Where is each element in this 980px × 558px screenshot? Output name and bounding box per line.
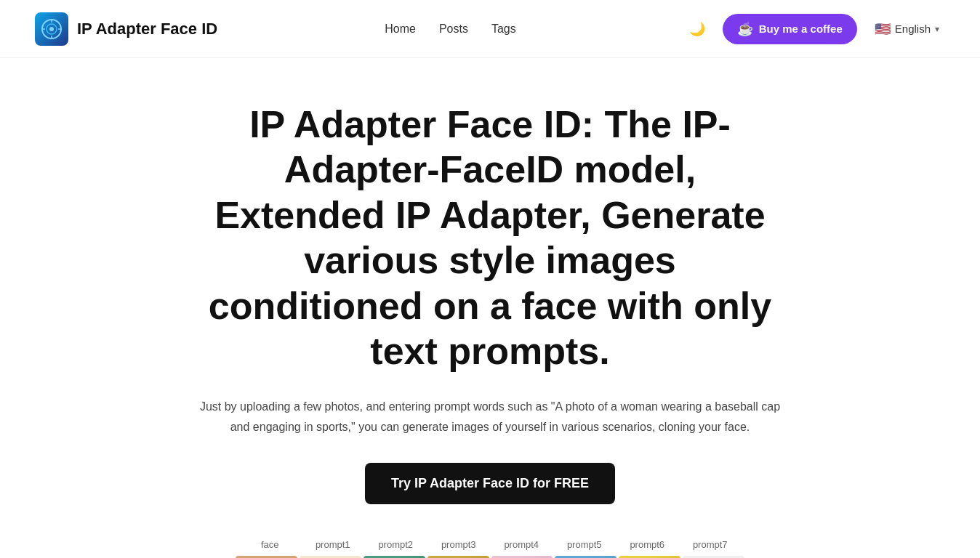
label-prompt2: prompt2 bbox=[364, 539, 427, 550]
site-logo[interactable]: IP Adapter Face ID bbox=[35, 12, 217, 46]
label-prompt1: prompt1 bbox=[302, 539, 365, 550]
hero-description: Just by uploading a few photos, and ente… bbox=[192, 397, 788, 436]
label-prompt6: prompt6 bbox=[616, 539, 679, 550]
buy-coffee-button[interactable]: ☕ Buy me a coffee bbox=[723, 14, 857, 44]
main-content: IP Adapter Face ID: The IP-Adapter-FaceI… bbox=[0, 58, 980, 558]
label-prompt5: prompt5 bbox=[553, 539, 616, 550]
site-header: IP Adapter Face ID Home Posts Tags 🌙 ☕ B… bbox=[0, 0, 980, 58]
label-face: face bbox=[238, 539, 302, 550]
chevron-down-icon: ▾ bbox=[935, 24, 939, 34]
nav-tags[interactable]: Tags bbox=[491, 23, 516, 36]
language-selector[interactable]: 🇺🇸 English ▾ bbox=[869, 17, 945, 41]
cta-button[interactable]: Try IP Adapter Face ID for FREE bbox=[365, 463, 615, 504]
hero-title: IP Adapter Face ID: The IP-Adapter-FaceI… bbox=[199, 102, 781, 373]
label-prompt3: prompt3 bbox=[427, 539, 491, 550]
coffee-icon: ☕ bbox=[737, 21, 753, 37]
nav-posts[interactable]: Posts bbox=[439, 23, 468, 36]
image-preview-section: face prompt1 prompt2 prompt3 prompt4 pro… bbox=[236, 539, 744, 558]
main-nav: Home Posts Tags bbox=[385, 23, 516, 36]
language-label: English bbox=[895, 23, 931, 35]
site-title: IP Adapter Face ID bbox=[77, 20, 217, 39]
nav-home[interactable]: Home bbox=[385, 23, 416, 36]
header-actions: 🌙 ☕ Buy me a coffee 🇺🇸 English ▾ bbox=[683, 14, 945, 44]
dark-mode-button[interactable]: 🌙 bbox=[683, 15, 711, 43]
logo-icon bbox=[35, 12, 68, 46]
label-prompt4: prompt4 bbox=[490, 539, 553, 550]
language-flag: 🇺🇸 bbox=[875, 21, 891, 37]
label-prompt7: prompt7 bbox=[679, 539, 742, 550]
image-labels: face prompt1 prompt2 prompt3 prompt4 pro… bbox=[236, 539, 744, 550]
svg-point-2 bbox=[49, 27, 54, 31]
buy-coffee-label: Buy me a coffee bbox=[759, 23, 843, 35]
